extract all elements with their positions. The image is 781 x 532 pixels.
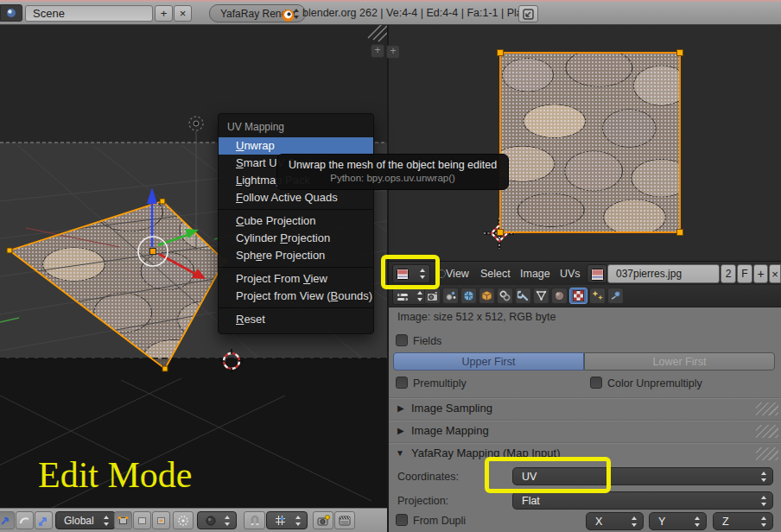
tab-material[interactable] bbox=[551, 288, 568, 304]
uv-mapping-menu: UV Mapping Unwrap Smart UV Project Light… bbox=[218, 113, 374, 334]
new-image-button[interactable]: + bbox=[753, 264, 768, 283]
tab-object-data[interactable] bbox=[533, 288, 549, 304]
panel-image-sampling[interactable]: ▶ Image Sampling bbox=[389, 400, 781, 420]
edge-select-mode-button[interactable] bbox=[133, 511, 151, 529]
panel-yafaray-mapping[interactable]: ▼ YafaRay Mapping (Map Input) bbox=[389, 445, 781, 465]
uv-vertex[interactable] bbox=[497, 49, 504, 56]
manipulator-translate-button[interactable] bbox=[0, 511, 15, 529]
orientation-updown-icon bbox=[103, 516, 111, 526]
panel-image-mapping[interactable]: ▶ Image Mapping bbox=[389, 422, 781, 442]
image-users-button[interactable]: 2 bbox=[721, 264, 736, 283]
fake-user-button[interactable]: F bbox=[737, 264, 752, 283]
projection-label: Projection: bbox=[397, 495, 448, 507]
edge-select-icon bbox=[137, 515, 148, 526]
panel-separator bbox=[389, 397, 781, 399]
tab-texture[interactable] bbox=[569, 288, 587, 304]
opengl-render-anim-button[interactable] bbox=[334, 511, 355, 529]
menu-item-project-from-view[interactable]: Project From View bbox=[219, 270, 373, 288]
panel-grip-icon[interactable] bbox=[756, 402, 778, 415]
area-corner-grip[interactable] bbox=[368, 24, 387, 41]
object-tab-cube-icon bbox=[481, 290, 492, 301]
data-tab-triangle-icon bbox=[536, 290, 547, 301]
uv-vertex[interactable] bbox=[676, 49, 683, 56]
tab-particles[interactable] bbox=[589, 288, 606, 304]
panel-grip-icon[interactable] bbox=[756, 447, 778, 460]
face-select-mode-button[interactable] bbox=[152, 511, 170, 529]
face-select-icon bbox=[156, 515, 167, 526]
snap-element-selector[interactable] bbox=[266, 511, 308, 529]
info-header: Scene + × YafaRay Render blender.org 262… bbox=[0, 2, 781, 25]
properties-editor-type-selector[interactable] bbox=[392, 288, 427, 305]
tab-physics[interactable] bbox=[607, 288, 624, 304]
menu-item-project-from-view-bounds[interactable]: Project from View (Bounds) bbox=[219, 288, 373, 305]
viewport-header-toolbar: Global bbox=[0, 508, 387, 532]
manipulator-scale-button[interactable] bbox=[35, 511, 53, 529]
tab-constraints[interactable] bbox=[497, 288, 513, 304]
pin-icon[interactable] bbox=[437, 269, 446, 278]
menu-item-unwrap[interactable]: Unwrap bbox=[219, 137, 373, 155]
manipulator-rotate-button[interactable] bbox=[16, 511, 34, 529]
material-tab-sphere-icon bbox=[554, 290, 565, 301]
image-name-field[interactable]: 037pierres.jpg bbox=[607, 264, 720, 283]
tab-modifiers[interactable] bbox=[515, 288, 531, 304]
projection-updown-icon bbox=[760, 496, 768, 506]
transform-orientation-selector[interactable]: Global bbox=[55, 511, 116, 529]
axis-z-dropdown[interactable]: Z bbox=[713, 512, 773, 530]
properties-header bbox=[389, 285, 781, 307]
vertex-select-mode-button[interactable] bbox=[114, 511, 132, 529]
add-scene-button[interactable]: + bbox=[155, 5, 173, 22]
menu-item-sphere-projection[interactable]: Sphere Projection bbox=[219, 247, 373, 264]
upper-first-button[interactable]: Upper First bbox=[393, 352, 584, 370]
proportional-edit-button[interactable] bbox=[173, 511, 194, 529]
constraints-tab-chain-icon bbox=[499, 290, 511, 301]
projection-dropdown[interactable]: Flat bbox=[512, 491, 773, 510]
menu-select[interactable]: Select bbox=[480, 268, 511, 280]
menu-view[interactable]: View bbox=[446, 268, 469, 280]
uv-editor-type-selector[interactable] bbox=[392, 264, 430, 283]
unwrap-tooltip: Unwrap the mesh of the object being edit… bbox=[276, 154, 509, 190]
properties-editor-icon bbox=[397, 292, 409, 302]
proportional-falloff-selector[interactable] bbox=[197, 511, 237, 529]
tab-world[interactable] bbox=[460, 288, 477, 304]
color-unpremultiply-checkbox[interactable] bbox=[590, 377, 602, 389]
menu-item-reset[interactable]: Reset bbox=[219, 311, 373, 328]
rotate-icon bbox=[19, 515, 30, 526]
snap-toggle-button[interactable] bbox=[244, 511, 265, 529]
menu-uvs[interactable]: UVs bbox=[560, 268, 581, 280]
tab-render[interactable] bbox=[424, 288, 441, 304]
tab-object[interactable] bbox=[479, 288, 495, 304]
fields-checkbox[interactable] bbox=[396, 334, 408, 346]
left-area-panel-plus-button[interactable]: + bbox=[371, 44, 384, 58]
uv-image-editor-canvas[interactable] bbox=[389, 24, 781, 261]
delete-scene-button[interactable]: × bbox=[174, 5, 192, 22]
uv-vertex[interactable] bbox=[497, 229, 504, 236]
menu-item-cube-projection[interactable]: Cube Projection bbox=[219, 212, 373, 230]
axis-y-dropdown[interactable]: Y bbox=[649, 512, 707, 530]
coordinates-dropdown[interactable]: UV bbox=[512, 467, 773, 485]
editor-type-button[interactable] bbox=[0, 4, 22, 22]
opengl-render-button[interactable] bbox=[313, 511, 333, 529]
render-camera-icon bbox=[317, 515, 330, 527]
falloff-sphere-icon bbox=[206, 516, 216, 526]
falloff-updown-icon bbox=[224, 516, 232, 526]
menu-item-cylinder-projection[interactable]: Cylinder Projection bbox=[219, 230, 373, 247]
render-tab-camera-icon bbox=[427, 291, 438, 301]
tab-scene[interactable] bbox=[442, 288, 459, 304]
scene-name: Scene bbox=[33, 7, 65, 20]
scene-name-field[interactable]: Scene bbox=[25, 5, 153, 22]
lower-first-button[interactable]: Lower First bbox=[584, 352, 775, 370]
image-browse-button[interactable] bbox=[587, 264, 607, 283]
from-dupli-checkbox[interactable] bbox=[396, 514, 408, 526]
premultiply-checkbox[interactable] bbox=[396, 377, 408, 389]
area-divider[interactable] bbox=[387, 24, 389, 532]
unlink-image-button[interactable]: × bbox=[769, 264, 781, 283]
uv-vertex[interactable] bbox=[676, 229, 683, 236]
menu-image[interactable]: Image bbox=[520, 268, 550, 280]
scene-tab-icon bbox=[445, 290, 456, 301]
axis-x-dropdown[interactable]: X bbox=[586, 512, 644, 530]
right-area-panel-plus-button[interactable]: + bbox=[386, 45, 400, 59]
image-info-text: Image: size 512 x 512, RGB byte bbox=[397, 311, 556, 323]
window-duplicate-button[interactable] bbox=[518, 5, 538, 22]
panel-grip-icon[interactable] bbox=[756, 425, 778, 438]
menu-item-follow-active-quads[interactable]: Follow Active Quads bbox=[219, 189, 373, 206]
